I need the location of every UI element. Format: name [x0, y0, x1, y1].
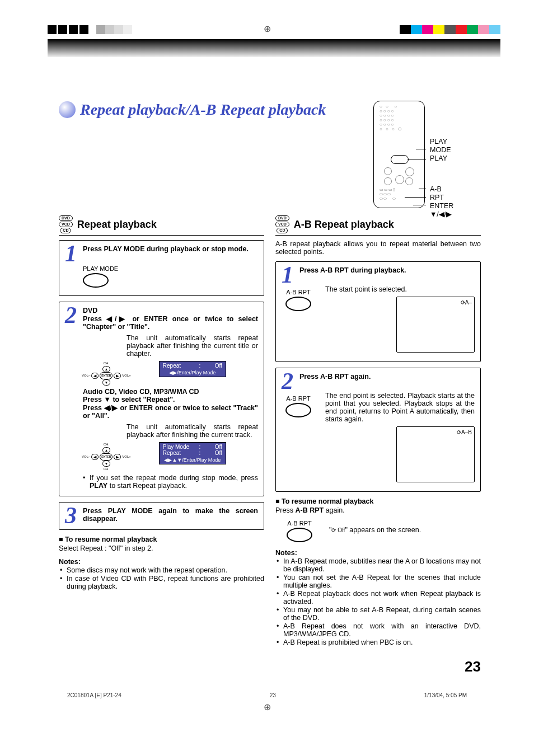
nav-pad-icon: CH. ▲ VOL–◀ENTER▶VOL+ ▼ CH. [82, 442, 131, 472]
color-swatches [400, 25, 500, 34]
disc-type-badges: DVDVCDCD [275, 215, 289, 233]
ab-rpt-button-label: A-B RPT [282, 289, 315, 295]
step-number-1-icon: 1 [65, 245, 81, 262]
tv-screen-icon: ⟳A– [396, 297, 475, 353]
sphere-icon [59, 101, 76, 118]
right-step-1: 1 Press A-B RPT during playback. A-B RPT… [275, 261, 481, 362]
left-notes-list: Some discs may not work with the repeat … [59, 566, 264, 590]
ab-rpt-button-label: A-B RPT [287, 520, 312, 527]
page-header: Repeat playback/A-B Repeat playback [59, 101, 326, 119]
tv-screen-icon: ⟳A–B [396, 426, 475, 482]
ab-rpt-button-icon [287, 528, 312, 542]
note-item: You may not be able to set A-B Repeat, d… [283, 606, 481, 622]
left-step-1: 1 Press PLAY MODE during playback or sto… [59, 240, 264, 296]
remote-button-labels: PLAY MODE PLAY A-B RPT ENTER ▼/◀/▶ [430, 138, 453, 219]
step-number-3-icon: 3 [65, 507, 81, 524]
osd-repeat-menu: Repeat:Off ◀▶/Enter/Play Mode [159, 361, 226, 377]
resume-playback-heading: To resume normal playback [275, 497, 481, 505]
right-notes-list: In A-B Repeat mode, subtitles near the A… [275, 557, 481, 646]
nav-pad-icon: CH. ▲ VOL–◀ENTER▶VOL+ ▼ [82, 361, 131, 386]
note-item: In case of Video CD with PBC, repeat fun… [67, 575, 264, 590]
osd-playmode-menu: Play Mode:Off Repeat:Off ◀▶▲▼/Enter/Play… [159, 442, 226, 464]
note-item: A-B Repeat playback does not work when R… [283, 590, 481, 605]
disc-type-badges: DVDVCDCD [59, 215, 73, 233]
step-number-1-icon: 1 [282, 266, 297, 283]
step-number-2-icon: 2 [282, 373, 297, 389]
note-item: A-B Repeat is prohibited when PBC is on. [283, 638, 481, 646]
page-number: 23 [59, 658, 481, 675]
registration-mark-icon: ⊕ [264, 24, 271, 34]
off-screen-message: "⟳ Off" appears on the screen. [329, 526, 421, 534]
note-item: A-B Repeat does not work with an interac… [283, 622, 481, 638]
note-item: Some discs may not work with the repeat … [67, 566, 264, 574]
note-item: In A-B Repeat mode, subtitles near the A… [283, 557, 481, 573]
ab-rpt-button-label: A-B RPT [282, 395, 315, 402]
print-registration-top: ⊕ [0, 0, 534, 39]
right-step-2: 2 Press A-B RPT again. A-B RPT The end p… [275, 368, 481, 492]
notes-heading: Notes: [59, 558, 264, 566]
remote-control-diagram: ○ ○ ○○○○○○○○○○○○○○○○○○ ○ ○ ⊖ ▭▭▭▯⬭⬭⬭⬭⬭ ⬭… [373, 101, 425, 208]
page-title: Repeat playback/A-B Repeat playback [80, 101, 326, 119]
resume-playback-heading: To resume normal playback [59, 536, 264, 543]
play-mode-button-icon [83, 273, 109, 288]
ab-rpt-button-icon [285, 297, 311, 311]
repeat-playback-heading: DVDVCDCD Repeat playback [59, 214, 264, 236]
stop-mode-note: If you set the repeat mode during stop m… [90, 474, 258, 490]
notes-heading: Notes: [275, 549, 481, 557]
print-footer: 2C01801A [E] P21-24 23 1/13/04, 5:05 PM [67, 692, 467, 698]
registration-mark-icon: ⊕ [0, 702, 534, 712]
resume-instruction: Press A-B RPT again. [275, 506, 481, 514]
grayscale-swatches [48, 25, 132, 34]
play-mode-button-label: PLAY MODE [83, 265, 258, 272]
note-item: You can not set the A-B Repeat for the s… [283, 574, 481, 589]
left-step-3: 3 Press PLAY MODE again to make the scre… [59, 502, 264, 530]
step-number-2-icon: 2 [65, 307, 81, 331]
gradient-bar [48, 39, 500, 57]
left-step-2: 2 DVD Press ◀/▶ or ENTER once or twice t… [59, 302, 264, 496]
ab-rpt-button-icon [285, 403, 311, 417]
